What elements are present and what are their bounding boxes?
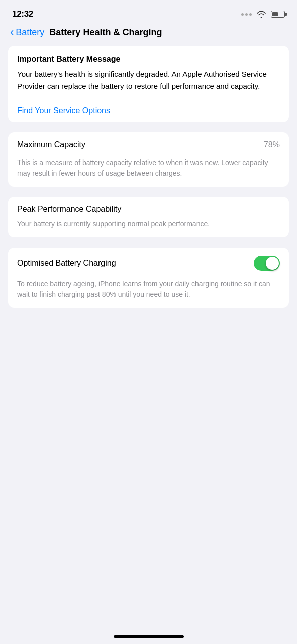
optimised-row: Optimised Battery Charging [8, 248, 289, 279]
wifi-icon [256, 10, 267, 18]
home-indicator [114, 635, 184, 638]
maximum-capacity-card: Maximum Capacity 78% This is a measure o… [8, 132, 289, 187]
optimised-label: Optimised Battery Charging [17, 259, 116, 268]
signal-dots-icon [241, 13, 252, 16]
main-content: Important Battery Message Your battery's… [0, 46, 297, 308]
chevron-left-icon: ‹ [10, 27, 14, 38]
peak-description: Your battery is currently supporting nor… [17, 219, 280, 229]
status-bar: 12:32 [0, 0, 297, 25]
back-label: Battery [16, 27, 44, 38]
optimised-charging-card: Optimised Battery Charging To reduce bat… [8, 248, 289, 308]
toggle-knob [266, 257, 279, 270]
optimised-charging-toggle[interactable] [254, 256, 280, 271]
important-card-body: Important Battery Message Your battery's… [8, 46, 289, 92]
status-icons [241, 10, 285, 18]
optimised-description: To reduce battery ageing, iPhone learns … [8, 279, 289, 308]
page-title: Battery Health & Charging [49, 27, 162, 38]
capacity-description: This is a measure of battery capacity re… [8, 157, 289, 187]
capacity-value: 78% [264, 140, 280, 149]
capacity-label: Maximum Capacity [17, 140, 85, 149]
battery-icon [271, 11, 285, 18]
important-card-title: Important Battery Message [17, 55, 280, 64]
peak-performance-card: Peak Performance Capability Your battery… [8, 197, 289, 237]
capacity-row: Maximum Capacity 78% [8, 132, 289, 157]
status-time: 12:32 [12, 9, 33, 19]
important-battery-card: Important Battery Message Your battery's… [8, 46, 289, 122]
peak-card-body: Peak Performance Capability Your battery… [8, 197, 289, 237]
peak-title: Peak Performance Capability [17, 205, 280, 214]
nav-bar: ‹ Battery Battery Health & Charging [0, 25, 297, 46]
important-card-text: Your battery's health is significantly d… [17, 69, 280, 92]
back-button[interactable]: ‹ Battery [10, 27, 44, 38]
find-service-link[interactable]: Find Your Service Options [8, 99, 289, 122]
